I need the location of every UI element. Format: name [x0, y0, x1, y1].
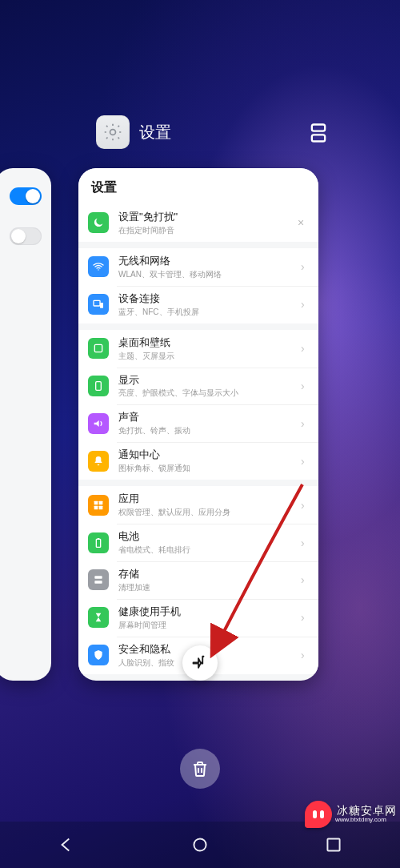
pin-icon	[191, 654, 209, 672]
apps-icon	[88, 495, 109, 516]
bell-icon	[88, 451, 109, 472]
toggle-on[interactable]	[10, 187, 42, 205]
watermark-url: www.btxtdmy.com	[335, 817, 397, 824]
svg-rect-1	[312, 125, 325, 131]
chevron-right-icon: ›	[301, 342, 310, 355]
clear-all-button[interactable]	[180, 749, 220, 789]
row-wireless[interactable]: 无线和网络 WLAN、双卡管理、移动网络 ›	[78, 248, 318, 286]
row-home-wallpaper[interactable]: 桌面和壁纸 主题、灭屏显示 ›	[78, 330, 318, 368]
row-sub: 清理加速	[118, 582, 301, 593]
row-battery[interactable]: 电池 省电模式、耗电排行 ›	[78, 524, 318, 561]
row-title: 通知中心	[118, 448, 301, 462]
svg-rect-8	[99, 500, 103, 504]
shield-icon	[88, 645, 109, 665]
nav-recent-button[interactable]	[323, 834, 344, 855]
svg-rect-13	[94, 577, 102, 579]
devices-icon	[88, 294, 109, 315]
gear-icon	[102, 122, 123, 143]
svg-rect-9	[94, 505, 98, 509]
row-sub: 省电模式、耗电排行	[118, 545, 301, 555]
row-title: 声音	[118, 411, 301, 424]
battery-icon	[88, 532, 109, 553]
chevron-right-icon: ›	[301, 499, 310, 512]
row-sub: 权限管理、默认应用、应用分身	[118, 507, 301, 517]
svg-rect-6	[96, 382, 102, 391]
layout-toggle-button[interactable]	[307, 122, 330, 144]
chevron-right-icon: ›	[301, 298, 310, 311]
chevron-right-icon: ›	[301, 536, 310, 549]
toggle-off[interactable]	[10, 227, 42, 245]
row-device-connect[interactable]: 设备连接 蓝牙、NFC、手机投屏 ›	[78, 286, 318, 323]
layout-icon	[307, 122, 330, 144]
chevron-right-icon: ›	[301, 649, 310, 661]
svg-point-15	[194, 838, 206, 850]
row-sub: 免打扰、铃声、振动	[118, 425, 301, 436]
chevron-right-icon: ›	[301, 417, 310, 430]
row-sub: 屏幕时间管理	[118, 620, 301, 630]
chevron-right-icon: ›	[301, 455, 310, 468]
row-title: 存储	[118, 568, 301, 581]
chevron-right-icon: ›	[301, 380, 310, 392]
moon-icon	[88, 212, 109, 233]
home-icon	[88, 338, 109, 359]
hourglass-icon	[88, 607, 109, 628]
nav-home-button[interactable]	[190, 834, 210, 855]
row-sub: 蓝牙、NFC、手机投屏	[118, 307, 301, 317]
svg-rect-4	[100, 303, 103, 308]
row-title: 无线和网络	[118, 255, 301, 268]
promo-title: 设置"免打扰"	[118, 211, 298, 224]
pin-app-button[interactable]	[182, 645, 218, 681]
svg-rect-7	[94, 500, 98, 504]
row-storage[interactable]: 存储 清理加速 ›	[78, 561, 318, 599]
app-icon	[96, 115, 130, 149]
display-icon	[88, 376, 109, 396]
row-digital-wellbeing[interactable]: 健康使用手机 屏幕时间管理 ›	[78, 599, 318, 637]
row-sub: 亮度、护眼模式、字体与显示大小	[118, 388, 301, 398]
svg-rect-11	[96, 539, 100, 547]
svg-rect-2	[312, 135, 325, 141]
settings-card-title: 设置	[78, 168, 318, 204]
trash-icon	[190, 759, 210, 778]
svg-rect-14	[94, 581, 102, 584]
row-apps[interactable]: 应用 权限管理、默认应用、应用分身 ›	[78, 486, 318, 524]
recent-app-title: 设置	[139, 122, 171, 143]
sound-icon	[88, 413, 109, 434]
svg-rect-16	[327, 838, 339, 850]
storage-icon	[88, 569, 109, 590]
row-title: 设备连接	[118, 292, 301, 306]
row-title: 应用	[118, 492, 301, 506]
row-sub: WLAN、双卡管理、移动网络	[118, 269, 301, 279]
row-title: 电池	[118, 530, 301, 544]
recent-card-settings[interactable]: 设置 设置"免打扰" 在指定时间静音 × 无线和网络 WLAN、双卡管理、移动网…	[78, 168, 318, 681]
row-title: 健康使用手机	[118, 605, 301, 619]
chevron-right-icon: ›	[301, 573, 310, 586]
row-title: 桌面和壁纸	[118, 336, 301, 350]
system-navbar	[0, 822, 400, 868]
promo-sub: 在指定时间静音	[118, 225, 298, 235]
row-title: 显示	[118, 374, 301, 388]
row-sub: 主题、灭屏显示	[118, 351, 301, 361]
promo-close-button[interactable]: ×	[298, 216, 310, 229]
svg-rect-10	[99, 505, 103, 509]
chevron-right-icon: ›	[301, 260, 310, 273]
promo-dnd-row[interactable]: 设置"免打扰" 在指定时间静音 ×	[78, 204, 318, 242]
watermark-brand: 冰糖安卓网	[337, 805, 397, 817]
row-display[interactable]: 显示 亮度、护眼模式、字体与显示大小 ›	[78, 368, 318, 405]
watermark-logo-icon	[305, 801, 332, 828]
row-notifications[interactable]: 通知中心 图标角标、锁屏通知 ›	[78, 442, 318, 480]
svg-rect-3	[94, 301, 100, 307]
row-sound[interactable]: 声音 免打扰、铃声、振动 ›	[78, 404, 318, 442]
watermark: 冰糖安卓网 www.btxtdmy.com	[305, 801, 400, 828]
svg-point-0	[110, 130, 116, 135]
svg-rect-12	[98, 538, 100, 539]
wifi-icon	[88, 256, 109, 277]
svg-rect-5	[94, 344, 102, 352]
recent-card-previous[interactable]	[0, 168, 51, 681]
row-sub: 图标角标、锁屏通知	[118, 463, 301, 473]
nav-back-button[interactable]	[56, 834, 77, 855]
chevron-right-icon: ›	[301, 611, 310, 624]
